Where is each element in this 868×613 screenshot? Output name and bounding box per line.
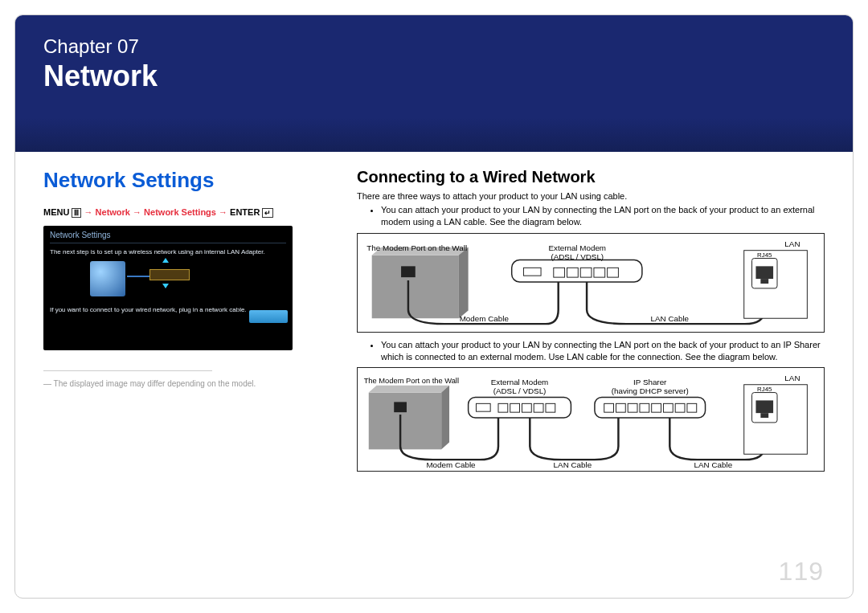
diagram2-rj45-label: RJ45 — [757, 386, 772, 393]
svg-rect-14 — [760, 279, 768, 284]
svg-rect-37 — [755, 401, 773, 414]
diagram2-sharer-label: IP Sharer — [633, 378, 667, 386]
bullet-2: You can attach your product to your LAN … — [381, 339, 825, 363]
diagram2-modem-sub: (ADSL / VDSL) — [493, 386, 547, 395]
chapter-label: Chapter 07 — [43, 35, 825, 58]
left-column: Network Settings MENU Ⅲ → Network → Netw… — [43, 168, 341, 478]
svg-rect-15 — [369, 393, 441, 450]
tv-screenshot-title: Network Settings — [50, 231, 286, 239]
diagram-2: The Modem Port on the Wall Modem Cable E… — [357, 367, 825, 472]
tv-cable-icon — [127, 276, 149, 277]
breadcrumb-network-settings: Network Settings — [144, 207, 216, 217]
tv-router-icon — [149, 269, 190, 280]
svg-rect-4 — [512, 260, 642, 282]
menu-path: MENU Ⅲ → Network → Network Settings → EN… — [43, 207, 341, 218]
svg-rect-38 — [760, 414, 768, 419]
chapter-title: Network — [43, 59, 825, 93]
diagram1-cable1-label: Modem Cable — [460, 314, 510, 323]
diagram1-modem-label: External Modem — [549, 243, 607, 251]
svg-marker-2 — [459, 247, 469, 317]
menu-label: MENU — [43, 207, 69, 217]
arrow-down-icon — [162, 284, 169, 288]
diagram2-modem-label: External Modem — [491, 378, 549, 386]
chapter-header: Chapter 07 Network — [15, 15, 853, 152]
footnote-divider — [43, 370, 212, 371]
svg-rect-18 — [394, 403, 407, 413]
footnote: The displayed image may differ depending… — [43, 379, 341, 388]
intro-text: There are three ways to attach your prod… — [357, 191, 825, 201]
arrow-icon: → — [84, 207, 96, 217]
diagram2-cable2-label: LAN Cable — [554, 460, 592, 469]
breadcrumb-network: Network — [96, 207, 130, 217]
arrow-icon: → — [133, 207, 144, 217]
svg-rect-35 — [744, 385, 808, 455]
right-column: Connecting to a Wired Network There are … — [341, 168, 825, 478]
svg-marker-17 — [441, 386, 449, 450]
tv-graphic — [50, 261, 286, 301]
svg-rect-0 — [372, 255, 459, 318]
diagram-1: The Modem Port on the Wall Modem Cable E… — [357, 233, 825, 333]
diagram2-cable3-label: LAN Cable — [694, 460, 733, 469]
bullet-list-2: You can attach your product to your LAN … — [357, 339, 825, 363]
diagram1-cable2-label: LAN Cable — [651, 314, 690, 323]
section-title: Network Settings — [43, 168, 341, 193]
menu-icon: Ⅲ — [72, 208, 81, 218]
arrow-up-icon — [162, 258, 169, 263]
svg-rect-3 — [401, 266, 416, 277]
diagram2-sharer-sub: (having DHCP server) — [612, 386, 689, 395]
tv-device-icon — [90, 261, 125, 296]
diagram1-rj45-label: RJ45 — [757, 251, 772, 258]
diagram1-wall-label: The Modem Port on the Wall — [366, 243, 467, 251]
bullet-1: You can attach your product to your LAN … — [381, 204, 825, 228]
sub-title: Connecting to a Wired Network — [357, 168, 825, 186]
tv-screenshot: Network Settings The next step is to set… — [43, 226, 293, 350]
svg-marker-16 — [369, 386, 449, 393]
tv-button — [249, 310, 288, 323]
enter-label: ENTER — [230, 207, 260, 217]
bullet-list: You can attach your product to your LAN … — [357, 204, 825, 228]
svg-rect-26 — [595, 398, 706, 419]
diagram1-lan-label: LAN — [784, 239, 800, 247]
page-frame: Chapter 07 Network Network Settings MENU… — [14, 14, 854, 599]
tv-message-1: The next step is to set up a wireless ne… — [50, 248, 286, 256]
arrow-icon: → — [219, 207, 230, 217]
svg-rect-11 — [744, 250, 808, 318]
diagram2-cable1-label: Modem Cable — [426, 460, 476, 469]
diagram1-modem-sub: (ADSL / VDSL) — [551, 251, 604, 260]
diagram2-lan-label: LAN — [784, 374, 800, 382]
enter-icon: ↵ — [262, 208, 273, 218]
page-number: 119 — [779, 557, 824, 586]
diagram2-wall-label: The Modem Port on the Wall — [364, 377, 459, 385]
svg-rect-13 — [755, 266, 773, 279]
